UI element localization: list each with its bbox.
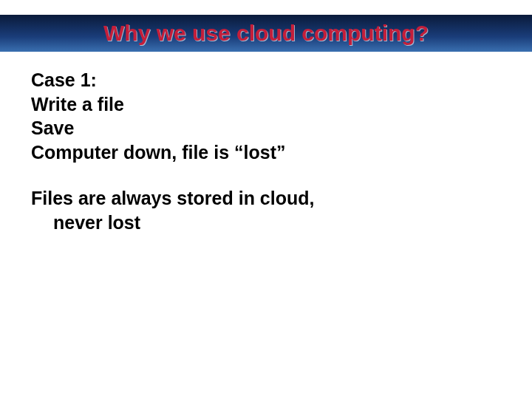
case-line-4: Computer down, file is “lost” xyxy=(31,140,488,165)
statement-line-2: never lost xyxy=(31,211,488,235)
slide-title: Why we use cloud computing? xyxy=(0,15,532,52)
case-line-1: Case 1: xyxy=(31,68,488,92)
body-content: Case 1: Write a file Save Computer down,… xyxy=(31,68,488,234)
slide: Why we use cloud computing? Case 1: Writ… xyxy=(0,0,532,399)
statement-line-1: Files are always stored in cloud, xyxy=(31,186,488,211)
case-line-2: Write a file xyxy=(31,92,488,117)
case-line-3: Save xyxy=(31,116,488,140)
spacer xyxy=(31,164,488,186)
